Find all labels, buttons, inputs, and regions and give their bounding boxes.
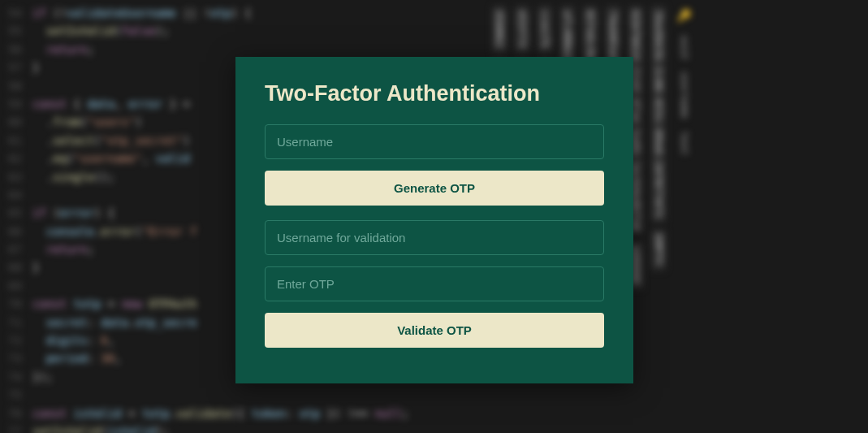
username-input[interactable]	[265, 124, 604, 159]
dialog-title: Two-Factor Authentication	[265, 81, 604, 106]
generate-otp-button[interactable]: Generate OTP	[265, 171, 604, 206]
validation-username-input[interactable]	[265, 220, 604, 255]
two-factor-dialog: Two-Factor Authentication Generate OTP V…	[235, 57, 633, 383]
otp-input[interactable]	[265, 266, 604, 301]
key-icon: 🔑	[674, 6, 694, 25]
validate-otp-button[interactable]: Validate OTP	[265, 313, 604, 348]
